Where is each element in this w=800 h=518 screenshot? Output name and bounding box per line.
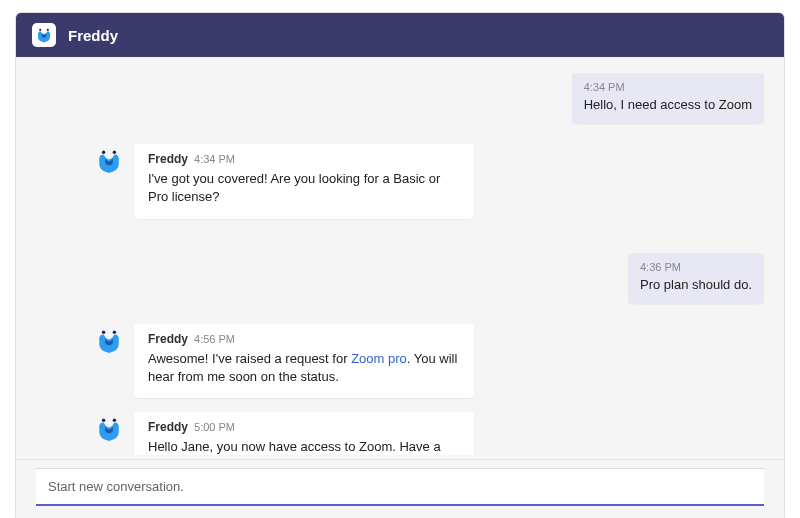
svg-point-5 [113,330,116,333]
message-input[interactable] [48,479,752,494]
message-text: Awesome! I've raised a request for Zoom … [148,350,460,386]
bot-avatar [96,148,122,174]
bot-message-row: Freddy 4:56 PM Awesome! I've raised a re… [96,324,764,398]
message-input-bar [36,468,764,506]
message-text: Hello Jane, you now have access to Zoom.… [148,438,460,455]
message-text-before: Awesome! I've raised a request for [148,351,351,366]
message-text: I've got you covered! Are you looking fo… [148,170,460,206]
zoom-pro-link[interactable]: Zoom pro [351,351,407,366]
message-text: Hello, I need access to Zoom [584,96,752,114]
bot-message-bubble: Freddy 5:00 PM Hello Jane, you now have … [134,412,474,455]
bot-avatar [96,328,122,354]
message-sender: Freddy [148,420,188,434]
bot-avatar [96,416,122,442]
user-message-bubble: 4:34 PM Hello, I need access to Zoom [572,73,764,124]
chat-header: Freddy [16,13,784,57]
message-sender: Freddy [148,332,188,346]
message-text: Pro plan should do. [640,276,752,294]
bot-avatar-icon [96,148,122,174]
user-message-row: 4:34 PM Hello, I need access to Zoom [36,73,764,124]
bot-message-row: Freddy 5:00 PM Hello Jane, you now have … [96,412,764,455]
bot-message-bubble: Freddy 4:34 PM I've got you covered! Are… [134,144,474,218]
header-avatar [32,23,56,47]
message-sender-row: Freddy 4:56 PM [148,332,460,346]
message-timestamp: 4:56 PM [194,333,235,345]
chat-window: Freddy 4:34 PM Hello, I need access to Z… [15,12,785,518]
svg-point-1 [47,29,49,31]
svg-point-6 [102,419,105,422]
header-title: Freddy [68,27,118,44]
bot-avatar-icon [96,328,122,354]
message-sender: Freddy [148,152,188,166]
divider [16,459,784,460]
svg-point-4 [102,330,105,333]
message-timestamp: 4:34 PM [194,153,235,165]
message-timestamp: 4:34 PM [584,81,752,93]
user-message-bubble: 4:36 PM Pro plan should do. [628,253,764,304]
message-sender-row: Freddy 4:34 PM [148,152,460,166]
message-timestamp: 4:36 PM [640,261,752,273]
bot-message-row: Freddy 4:34 PM I've got you covered! Are… [96,144,764,218]
chat-messages-area[interactable]: 4:34 PM Hello, I need access to Zoom Fre… [16,57,784,455]
message-timestamp: 5:00 PM [194,421,235,433]
user-message-row: 4:36 PM Pro plan should do. [36,253,764,304]
svg-point-2 [102,151,105,154]
message-sender-row: Freddy 5:00 PM [148,420,460,434]
svg-point-0 [39,29,41,31]
bot-message-bubble: Freddy 4:56 PM Awesome! I've raised a re… [134,324,474,398]
svg-point-7 [113,419,116,422]
bot-avatar-icon [35,26,53,44]
svg-point-3 [113,151,116,154]
bot-avatar-icon [96,416,122,442]
